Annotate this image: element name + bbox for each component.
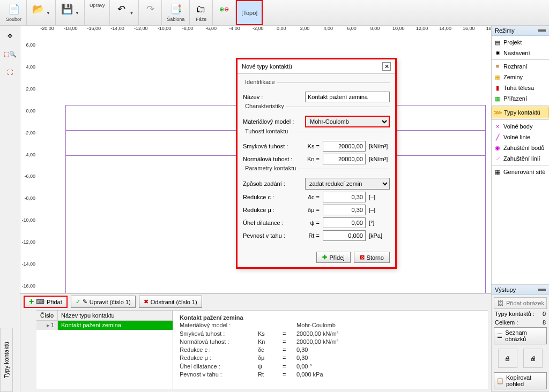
list-icon: ☰ [496, 332, 503, 340]
edit-menu[interactable]: Úpravy [87, 1, 108, 10]
name-input[interactable] [305, 92, 390, 102]
matmodel-label: Materiálový model : [243, 118, 302, 125]
outputs-header: Výstupy [492, 285, 549, 295]
layers-icon: ≡ [494, 63, 501, 70]
addpic-icon: 🖼 [496, 299, 504, 307]
point-icon: × [494, 123, 501, 130]
remove-button[interactable]: ✖Odstranit (číslo 1) [139, 296, 202, 308]
redmu-symbol: δμ = [304, 207, 320, 213]
folder-open-icon: 📂 [32, 3, 44, 16]
mode-mesh-gen[interactable]: ▦Generování sítě [492, 167, 549, 177]
main-toolbar: 📄 Soubor 📂▼ 💾▼ Úpravy ↶▼ ↷ 📑 Šablona 🗂 F… [0, 0, 549, 26]
mode-free-lines[interactable]: ╱Volné linie [492, 132, 549, 142]
vertical-tab-contacts[interactable]: Typy kontaktů [0, 328, 13, 392]
row-number: 1 [51, 322, 54, 328]
ptrefine-icon: ◉ [494, 144, 501, 152]
dialog-add-button[interactable]: ✚Přidej [316, 252, 350, 263]
edit-label: Úpravy [90, 3, 105, 8]
mode-soils[interactable]: ▦Zeminy [492, 72, 549, 82]
minimize-icon[interactable] [538, 29, 546, 32]
detail-panel: Kontakt pažení zemina Materiálový model … [173, 311, 488, 389]
phase-icon: 🗂 [195, 3, 207, 16]
tensile-unit: [kPa] [369, 232, 390, 239]
mode-contact-types[interactable]: ⋙Typy kontaktů [492, 107, 549, 118]
undo-button[interactable]: ↶▼ [112, 1, 136, 17]
check-icon: ✓ [76, 298, 80, 305]
add-picture-button[interactable]: 🖼Přidat obrázek [494, 297, 547, 309]
total-label: Celkem : [495, 319, 518, 326]
redc-input[interactable] [323, 192, 366, 202]
right-panel: Režimy ▤Projekt ✸Nastavení ≡Rozhraní ▦Ze… [491, 26, 549, 392]
add-button[interactable]: ✚⌨Přidat [24, 296, 68, 308]
tensile-input[interactable] [323, 230, 366, 241]
template-menu[interactable]: 📑 Šablona [164, 1, 187, 24]
normal-label: Normálová tuhost : [243, 156, 301, 162]
save-button[interactable]: 💾▼ [58, 1, 82, 17]
redc-symbol: δc = [304, 194, 320, 200]
edit-button[interactable]: ✓✎Upravit (číslo 1) [71, 296, 136, 308]
row-name: Kontakt pažení zemina [58, 321, 173, 330]
mode-settings[interactable]: ✸Nastavení [492, 48, 549, 58]
detail-title: Kontakt pažení zemina [180, 314, 243, 321]
table-row[interactable]: ▸1 Kontakt pažení zemina [36, 321, 173, 330]
mode-point-refine[interactable]: ◉Zahuštění bodů [492, 142, 549, 153]
total-value: 8 [543, 319, 546, 326]
redmu-input[interactable] [323, 205, 366, 215]
plus-small-icon: ✚ [322, 254, 327, 261]
open-button[interactable]: 📂▼ [29, 1, 53, 17]
pan-tool[interactable]: ✥ [2, 28, 18, 44]
save-icon: 💾 [61, 3, 73, 16]
line-icon: ╱ [494, 133, 501, 141]
mode-free-points[interactable]: ×Volné body [492, 121, 549, 132]
material-model-select[interactable]: Mohr-Coulomb [305, 116, 390, 127]
mode-line-refine[interactable]: ⟋Zahuštění linií [492, 153, 549, 164]
mode-interfaces[interactable]: ≡Rozhraní [492, 61, 549, 72]
document-icon: ▤ [494, 39, 501, 46]
mode-assign[interactable]: ▦Přiřazení [492, 93, 549, 104]
rigid-icon: ▮ [494, 84, 501, 92]
shear-label: Smyková tuhost : [243, 143, 301, 149]
print-color-button[interactable]: 🖨 [523, 349, 543, 368]
group-parameters: Parametry kontaktu [243, 165, 298, 171]
dil-input[interactable] [323, 217, 366, 228]
input-mode-select[interactable]: zadat redukcí zemin [305, 178, 390, 190]
kn-input[interactable] [323, 154, 366, 164]
redo-icon: ↷ [144, 3, 157, 16]
new-file-icon: 📄 [8, 3, 20, 16]
contact-icon: ⋙ [494, 109, 502, 116]
redo-button[interactable]: ↷ [141, 1, 159, 17]
ks-unit: [kN/m³] [369, 143, 390, 149]
dil-symbol: ψ = [304, 220, 320, 226]
remove-icon: ✖ [144, 298, 149, 305]
picture-list-button[interactable]: ☰Seznam obrázků [494, 327, 547, 344]
copy-view-button[interactable]: 📋Kopírovat pohled [494, 372, 547, 389]
contact-types-table: Číslo Název typu kontaktu ▸1 Kontakt paž… [36, 311, 173, 389]
topo-button[interactable]: [Topo] [236, 0, 263, 25]
tc-value: 0 [543, 311, 546, 317]
file-menu[interactable]: 📄 Soubor [3, 1, 24, 24]
redc-unit: [–] [369, 194, 390, 200]
zoom-window-tool[interactable]: ⬚🔍 [2, 46, 18, 62]
tc-label: Typy kontaktů : [495, 311, 535, 317]
mode-rigid[interactable]: ▮Tuhá tělesa [492, 82, 549, 93]
zoom-extents-tool[interactable]: ⛶ [2, 64, 18, 80]
plus-icon: ✚ [29, 298, 34, 305]
add-remove-phase[interactable]: ⊕⊖ [215, 1, 233, 17]
dialog-close-button[interactable]: ✕ [382, 62, 391, 71]
kn-symbol: Kn = [304, 156, 320, 162]
bottom-panel: ✚⌨Přidat ✓✎Upravit (číslo 1) ✖Odstranit … [20, 293, 491, 392]
print-button[interactable]: 🖨 [498, 349, 517, 368]
col-number-header: Číslo [36, 311, 58, 320]
redmu-unit: [–] [369, 207, 390, 213]
pencil-icon: ✎ [83, 298, 87, 305]
minimize-icon-2[interactable] [538, 289, 546, 291]
mode-project[interactable]: ▤Projekt [492, 37, 549, 48]
dialog-cancel-button[interactable]: ⊠Storno [354, 252, 390, 263]
edit-label: Upravit (číslo 1) [90, 299, 131, 305]
phase-label: Fáze [196, 17, 206, 22]
dil-label: Úhel dilatance : [243, 220, 301, 226]
modes-header: Režimy [492, 26, 549, 36]
ks-symbol: Ks = [304, 143, 320, 149]
phase-menu[interactable]: 🗂 Fáze [192, 1, 210, 24]
ks-input[interactable] [323, 141, 366, 152]
